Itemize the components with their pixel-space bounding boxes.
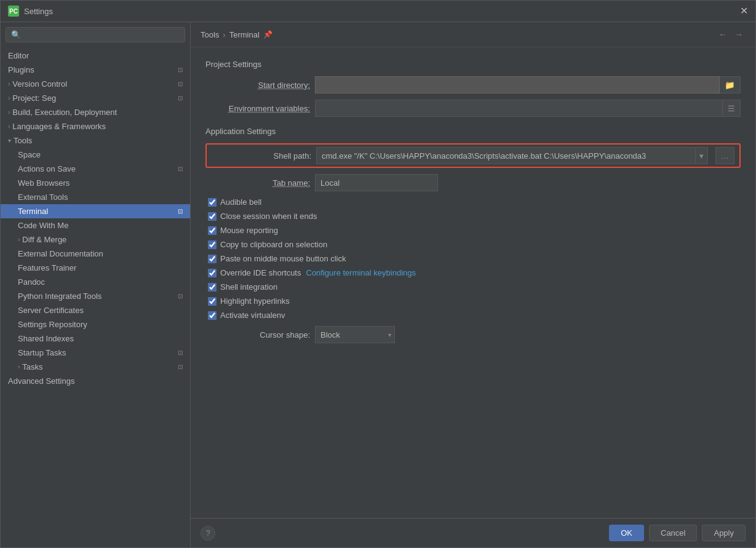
languages-frameworks-chevron [8, 123, 10, 130]
shell-integration-wrap: Shell integration [208, 282, 277, 292]
sidebar-item-build-execution[interactable]: Build, Execution, Deployment [1, 105, 190, 119]
activate-virtualenv-row: Activate virtualenv [205, 311, 741, 320]
audible-bell-checkbox[interactable] [208, 198, 217, 207]
features-trainer-label: Features Trainer [18, 263, 76, 272]
space-label: Space [18, 150, 41, 159]
shell-path-input[interactable] [316, 147, 696, 164]
sidebar-item-external-tools[interactable]: External Tools [1, 190, 190, 204]
help-button[interactable]: ? [201, 526, 215, 541]
sidebar-item-python-integrated-tools[interactable]: Python Integrated Tools ⊡ [1, 289, 190, 303]
highlight-hyperlinks-checkbox[interactable] [208, 297, 217, 306]
sidebar-item-tools[interactable]: Tools [1, 133, 190, 148]
sidebar-item-project-seg[interactable]: Project: Seg ⊡ [1, 91, 190, 105]
shell-path-label: Shell path: [212, 151, 311, 161]
sidebar-item-space[interactable]: Space [1, 148, 190, 162]
actions-on-save-label: Actions on Save [18, 164, 76, 173]
activate-virtualenv-checkbox[interactable] [208, 311, 217, 320]
sidebar-item-actions-on-save[interactable]: Actions on Save ⊡ [1, 162, 190, 176]
diff-merge-chevron [18, 236, 20, 243]
plugins-gear-icon: ⊡ [178, 66, 183, 73]
start-directory-folder-button[interactable]: 📁 [720, 76, 741, 93]
cancel-button[interactable]: Cancel [649, 525, 697, 541]
diff-merge-label: Diff & Merge [22, 235, 66, 244]
title-bar: PC Settings ✕ [1, 1, 755, 22]
paste-middle-checkbox[interactable] [208, 255, 217, 263]
highlight-hyperlinks-label: Highlight hyperlinks [220, 296, 290, 306]
sidebar-item-external-documentation[interactable]: External Documentation [1, 247, 190, 261]
close-button[interactable]: ✕ [740, 6, 748, 16]
override-ide-row: Override IDE shortcuts Configure termina… [205, 268, 741, 277]
sidebar-item-advanced-settings[interactable]: Advanced Settings [1, 374, 190, 388]
cursor-shape-select[interactable]: Block Underline Beam [315, 326, 395, 343]
copy-clipboard-label: Copy to clipboard on selection [220, 240, 327, 249]
mouse-reporting-row: Mouse reporting [205, 226, 741, 235]
shell-path-input-wrap: ▾ [316, 147, 708, 164]
shell-integration-checkbox[interactable] [208, 283, 217, 292]
start-directory-label: Start directory: [205, 81, 310, 90]
sidebar-item-web-browsers[interactable]: Web Browsers [1, 176, 190, 190]
sidebar-item-startup-tasks[interactable]: Startup Tasks ⊡ [1, 346, 190, 360]
breadcrumb-current: Terminal [229, 30, 260, 39]
search-icon: 🔍 [11, 30, 21, 39]
tab-name-input[interactable] [315, 174, 438, 191]
sidebar-item-features-trainer[interactable]: Features Trainer [1, 261, 190, 275]
sidebar-item-languages-frameworks[interactable]: Languages & Frameworks [1, 119, 190, 133]
environment-variables-input[interactable] [315, 100, 723, 117]
environment-variables-row: Environment variables: ☰ [205, 100, 741, 117]
external-documentation-label: External Documentation [18, 249, 103, 258]
shell-path-more-button[interactable]: … [715, 147, 734, 164]
copy-clipboard-checkbox[interactable] [208, 240, 217, 249]
sidebar-item-tasks[interactable]: Tasks ⊡ [1, 360, 190, 374]
apply-button[interactable]: Apply [702, 525, 746, 541]
sidebar-item-shared-indexes[interactable]: Shared Indexes [1, 332, 190, 346]
ok-button[interactable]: OK [609, 525, 644, 541]
override-ide-wrap: Override IDE shortcuts [208, 268, 301, 277]
breadcrumb-nav: ← → [716, 28, 746, 41]
pandoc-label: Pandoc [18, 277, 45, 287]
sidebar-item-settings-repository[interactable]: Settings Repository [1, 317, 190, 332]
environment-variables-button[interactable]: ☰ [723, 100, 741, 117]
tab-name-label: Tab name: [205, 178, 310, 188]
sidebar: 🔍 Editor Plugins ⊡ [1, 22, 191, 547]
start-directory-input[interactable] [315, 76, 720, 93]
search-input[interactable] [23, 30, 180, 39]
configure-keybindings-link[interactable]: Configure terminal keybindings [306, 268, 416, 277]
app-icon: PC [8, 6, 19, 17]
sidebar-item-diff-merge[interactable]: Diff & Merge [1, 232, 190, 247]
shell-path-dropdown-button[interactable]: ▾ [696, 147, 708, 164]
highlight-hyperlinks-wrap: Highlight hyperlinks [208, 296, 290, 306]
close-session-checkbox[interactable] [208, 212, 217, 221]
audible-bell-wrap: Audible bell [208, 197, 261, 207]
server-certificates-label: Server Certificates [18, 306, 84, 315]
languages-frameworks-label: Languages & Frameworks [12, 122, 106, 131]
mouse-reporting-checkbox[interactable] [208, 226, 217, 235]
project-seg-gear-icon: ⊡ [178, 95, 183, 101]
cursor-shape-label: Cursor shape: [205, 330, 310, 340]
sidebar-item-pandoc[interactable]: Pandoc [1, 275, 190, 289]
sidebar-item-version-control[interactable]: Version Control ⊡ [1, 77, 190, 91]
sidebar-tree: Editor Plugins ⊡ Version Control ⊡ [1, 47, 190, 547]
python-integrated-tools-gear-icon: ⊡ [178, 293, 183, 300]
override-ide-checkbox[interactable] [208, 269, 217, 277]
search-box[interactable]: 🔍 [6, 27, 185, 42]
sidebar-item-code-with-me[interactable]: Code With Me [1, 218, 190, 232]
paste-middle-label: Paste on middle mouse button click [220, 254, 346, 263]
sidebar-item-terminal[interactable]: Terminal ⊡ [1, 204, 190, 218]
build-execution-label: Build, Execution, Deployment [12, 108, 117, 117]
sidebar-item-server-certificates[interactable]: Server Certificates [1, 303, 190, 317]
project-seg-label: Project: Seg [12, 93, 56, 103]
python-integrated-tools-label: Python Integrated Tools [18, 292, 101, 301]
actions-on-save-gear-icon: ⊡ [178, 165, 183, 172]
paste-middle-row: Paste on middle mouse button click [205, 254, 741, 263]
sidebar-item-plugins[interactable]: Plugins ⊡ [1, 63, 190, 77]
sidebar-item-editor[interactable]: Editor [1, 49, 190, 63]
tasks-chevron [18, 363, 20, 370]
activate-virtualenv-label: Activate virtualenv [220, 311, 285, 320]
external-tools-label: External Tools [18, 193, 68, 202]
tools-label: Tools [14, 136, 32, 145]
copy-clipboard-row: Copy to clipboard on selection [205, 240, 741, 249]
nav-back-button[interactable]: ← [716, 28, 730, 41]
breadcrumb-separator: › [223, 30, 225, 39]
nav-forward-button[interactable]: → [732, 28, 746, 41]
close-session-row: Close session when it ends [205, 212, 741, 221]
